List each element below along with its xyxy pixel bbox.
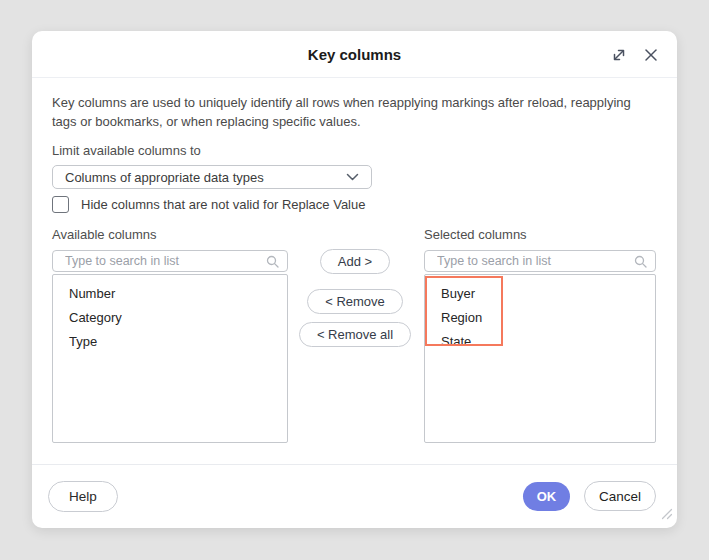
key-columns-dialog: Key columns Key columns are used to uniq… — [32, 31, 677, 528]
list-item[interactable]: Number — [53, 282, 287, 306]
limit-columns-label: Limit available columns to — [52, 143, 201, 158]
available-search-input[interactable] — [63, 253, 266, 269]
list-item[interactable]: Region — [425, 306, 655, 330]
available-columns-list: Number Category Type — [52, 274, 288, 443]
selected-columns-label: Selected columns — [424, 227, 527, 242]
help-button[interactable]: Help — [48, 481, 118, 512]
remove-button[interactable]: < Remove — [307, 289, 403, 314]
dialog-header: Key columns — [32, 31, 677, 78]
list-item[interactable]: Buyer — [425, 282, 655, 306]
list-item[interactable]: State — [425, 330, 655, 354]
ok-button[interactable]: OK — [523, 482, 570, 511]
search-icon — [634, 255, 647, 268]
add-button[interactable]: Add > — [320, 249, 390, 274]
hide-invalid-label: Hide columns that are not valid for Repl… — [81, 197, 365, 212]
limit-columns-dropdown[interactable]: Columns of appropriate data types — [52, 165, 372, 189]
available-columns-label: Available columns — [52, 227, 157, 242]
search-icon — [266, 255, 279, 268]
dialog-title: Key columns — [32, 31, 677, 78]
hide-invalid-checkbox[interactable] — [52, 196, 69, 213]
resize-gripper-icon[interactable] — [658, 505, 674, 521]
dialog-description: Key columns are used to uniquely identif… — [52, 93, 658, 131]
chevron-down-icon — [346, 173, 359, 181]
close-icon[interactable] — [643, 47, 659, 63]
cancel-button[interactable]: Cancel — [584, 481, 656, 511]
header-icons — [611, 47, 659, 63]
selected-search-box — [424, 250, 656, 272]
hide-invalid-row: Hide columns that are not valid for Repl… — [52, 196, 365, 213]
transfer-buttons: Add > < Remove < Remove all — [287, 249, 423, 347]
list-item[interactable]: Type — [53, 330, 287, 354]
expand-icon[interactable] — [611, 47, 627, 63]
list-item[interactable]: Category — [53, 306, 287, 330]
remove-all-button[interactable]: < Remove all — [299, 322, 411, 347]
dropdown-selected-value: Columns of appropriate data types — [65, 170, 264, 185]
footer-divider — [32, 464, 677, 465]
selected-search-input[interactable] — [435, 253, 634, 269]
selected-columns-list: Buyer Region State — [424, 274, 656, 443]
available-search-box — [52, 250, 288, 272]
